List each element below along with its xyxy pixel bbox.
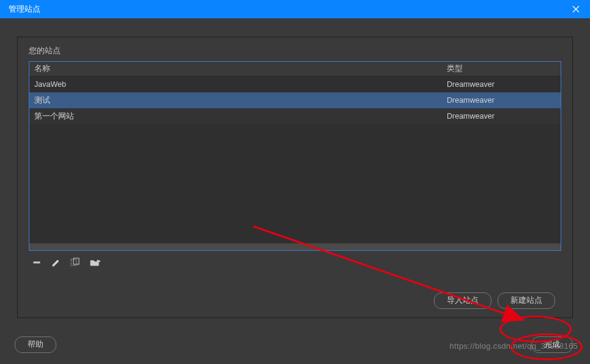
- table-row[interactable]: JavaWeb Dreamweaver: [29, 76, 561, 92]
- help-button[interactable]: 帮助: [15, 336, 56, 353]
- titlebar: 管理站点: [0, 0, 590, 18]
- dialog-content: 您的站点 名称 类型 JavaWeb Dreamweaver 测试 Dreamw…: [0, 18, 590, 325]
- close-icon[interactable]: [567, 0, 585, 18]
- cell-name: JavaWeb: [29, 80, 446, 89]
- cell-type: Dreamweaver: [446, 96, 561, 105]
- svg-rect-2: [34, 262, 40, 263]
- import-site-button[interactable]: 导入站点: [434, 292, 491, 309]
- new-site-button[interactable]: 新建站点: [498, 292, 555, 309]
- footer-left: 帮助: [15, 336, 56, 353]
- column-header-name[interactable]: 名称: [29, 64, 446, 74]
- sites-panel: 您的站点 名称 类型 JavaWeb Dreamweaver 测试 Dreamw…: [17, 37, 573, 318]
- done-button[interactable]: 完成: [531, 336, 573, 353]
- duplicate-icon[interactable]: [70, 257, 81, 268]
- column-header-type[interactable]: 类型: [446, 64, 561, 74]
- cell-name: 第一个网站: [29, 111, 446, 122]
- list-header: 名称 类型: [29, 62, 561, 76]
- list-body: JavaWeb Dreamweaver 测试 Dreamweaver 第一个网站…: [29, 76, 561, 124]
- remove-icon[interactable]: [31, 257, 42, 268]
- footer-right: 完成: [531, 336, 573, 353]
- edit-icon[interactable]: [51, 257, 62, 268]
- panel-label: 您的站点: [29, 46, 561, 56]
- horizontal-scrollbar[interactable]: [29, 243, 561, 250]
- cell-type: Dreamweaver: [446, 80, 561, 89]
- export-icon[interactable]: [90, 257, 101, 268]
- table-row[interactable]: 第一个网站 Dreamweaver: [29, 108, 561, 124]
- cell-type: Dreamweaver: [446, 112, 561, 121]
- table-row[interactable]: 测试 Dreamweaver: [29, 92, 561, 108]
- list-toolbar: [29, 257, 561, 268]
- cell-name: 测试: [29, 95, 446, 106]
- panel-buttons: 导入站点 新建站点: [434, 292, 555, 309]
- window-title: 管理站点: [9, 4, 40, 15]
- sites-list: 名称 类型 JavaWeb Dreamweaver 测试 Dreamweaver…: [29, 61, 561, 251]
